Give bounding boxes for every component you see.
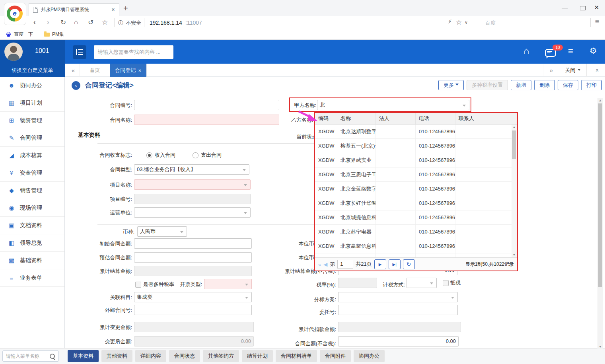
prev-page-icon[interactable]: ◀ [323, 261, 327, 267]
toolbar-button-删除[interactable]: 删除 [534, 80, 555, 90]
tab-协同办公[interactable]: 协同办公 [354, 350, 385, 362]
sidebar-item-业务表单[interactable]: ≡业务表单 [0, 269, 64, 287]
bookmark-百度一下[interactable]: 百度一下 [6, 31, 33, 38]
first-page-icon[interactable]: « [318, 261, 321, 267]
tab-基本资料[interactable]: 基本资料 [68, 350, 99, 362]
tax-method-select[interactable] [407, 278, 437, 288]
sidebar-item-项目计划[interactable]: ▦项目计划 [0, 94, 64, 112]
tab-合同状态[interactable]: 合同状态 [169, 350, 200, 362]
sidebar-item-文档资料[interactable]: ▣文档资料 [0, 217, 64, 234]
info-icon[interactable]: ⓘ [118, 19, 123, 27]
deduct-tax-checkbox[interactable] [443, 280, 449, 286]
table-row[interactable]: XGDW北京长虹佳华智能010-124567896 [315, 196, 517, 210]
toolbar-button-多种税率设置[interactable]: 多种税率设置 [467, 80, 508, 90]
scroll-up-icon[interactable]: ▲ [512, 125, 517, 129]
sidebar-item-现场管理[interactable]: ◉现场管理 [0, 199, 64, 217]
menu-toggle-icon[interactable] [73, 45, 86, 59]
scroll-up-icon[interactable]: ▲ [597, 99, 603, 102]
close-tabs-menu[interactable]: 关闭 [559, 64, 587, 77]
scrollbar-thumb[interactable] [512, 130, 516, 159]
entrust-no-input[interactable] [338, 305, 458, 315]
browser-menu-icon[interactable]: ≡ [595, 18, 599, 26]
sidebar-item-合同管理[interactable]: ✎合同管理 [0, 129, 64, 147]
table-row[interactable]: XGDW北京赢耀信息科技010-124567896 [315, 239, 517, 253]
toolbar-button-新增[interactable]: 新增 [511, 80, 531, 90]
tab-其他资料[interactable]: 其他资料 [101, 350, 132, 362]
chevron-down-icon[interactable]: ∨ [465, 20, 468, 25]
search-engine-label[interactable]: 百度 [485, 19, 496, 27]
back-icon[interactable]: ‹ [33, 18, 36, 26]
tab-contract-register[interactable]: 合同登记✕ [110, 64, 147, 77]
sidebar-item-协同办公[interactable]: ☻协同办公 [0, 77, 64, 94]
tab-详细内容[interactable]: 详细内容 [135, 350, 166, 362]
back-button[interactable]: ‹ [72, 81, 80, 90]
tab-合同附件[interactable]: 合同附件 [320, 350, 351, 362]
radio-income[interactable] [146, 152, 152, 158]
scroll-down-icon[interactable]: ▼ [512, 253, 517, 257]
refresh-button[interactable]: ↻ [403, 259, 415, 269]
tabs-scroll-left-icon[interactable]: « [68, 64, 79, 77]
favorite-star-icon[interactable]: ☆ [456, 18, 462, 27]
home-icon[interactable]: ⌂ [74, 18, 78, 26]
contract-type-select[interactable]: 03.综合业务合同【收入】 [134, 164, 249, 175]
sidebar-item-销售管理[interactable]: ◆销售管理 [0, 182, 64, 199]
radio-expense-label[interactable]: 支出合同 [201, 150, 222, 160]
tab-结算计划[interactable]: 结算计划 [242, 350, 273, 362]
invoice-type-select[interactable] [204, 279, 252, 289]
scrollbar-thumb[interactable] [598, 103, 602, 287]
bookmark-PM集[interactable]: PM集 [44, 31, 64, 38]
toolbar-button-打印[interactable]: 打印 [581, 80, 602, 90]
table-row[interactable]: XGDW北京金蓝络数字科技010-124567896 [315, 182, 517, 196]
global-search-input[interactable]: 请输入您需要查找的内容 ... [94, 45, 173, 59]
sidebar-item-领导总览[interactable]: ◧领导总览 [0, 234, 64, 252]
ext-no-input[interactable] [134, 305, 252, 315]
undo-icon[interactable]: ↺ [88, 18, 93, 27]
rel-subject-select[interactable]: 集成类 [134, 292, 252, 302]
tab-close-icon[interactable]: ✕ [107, 7, 119, 12]
app-menu-icon[interactable]: ≡ [568, 46, 573, 56]
init-amount-input[interactable] [134, 238, 252, 249]
reload-icon[interactable]: ↻ [60, 18, 66, 27]
op-unit-select[interactable] [134, 207, 251, 218]
table-row[interactable]: XGDW北京界武实业010-124567896 [315, 153, 517, 167]
grid-scrollbar[interactable]: ▲ ▼ [512, 125, 517, 257]
bid-plan-select[interactable] [338, 292, 458, 302]
tabs-scroll-right-icon[interactable]: » [543, 64, 559, 77]
radio-expense[interactable] [193, 152, 198, 158]
last-page-button[interactable]: ▶| [389, 259, 401, 269]
multi-tax-checkbox[interactable] [135, 282, 141, 288]
currency-select[interactable]: 人民币 [137, 226, 187, 237]
window-minimize-button[interactable]: — [559, 4, 571, 11]
table-row[interactable]: XGDW北京城提信息科技010-124567896 [315, 210, 517, 225]
sidebar-item-资金管理[interactable]: ¥资金管理 [0, 164, 64, 182]
forward-icon[interactable]: › [47, 18, 49, 26]
url-host[interactable]: 192.168.1.14 [150, 19, 182, 26]
window-close-button[interactable]: ✕ [591, 4, 603, 11]
amount-notax-input[interactable]: 0.00 [338, 336, 459, 346]
table-row[interactable]: XGDW榕基五一(北京)信息010-124567896 [315, 139, 517, 153]
tab-其他签约方[interactable]: 其他签约方 [203, 350, 239, 362]
contract-no-input[interactable] [134, 100, 279, 110]
tab-close-icon[interactable]: ✕ [138, 68, 141, 73]
deduct-tax-label[interactable]: 抵税 [450, 278, 461, 288]
tab-合同材料清单[interactable]: 合同材料清单 [276, 350, 317, 362]
table-row[interactable]: XGDW北京达斯琪数字科技010-124567896 [315, 125, 517, 139]
project-name-select[interactable] [134, 179, 251, 190]
gear-icon[interactable]: ⚙ [589, 46, 597, 56]
toolbar-button-保存[interactable]: 保存 [558, 80, 578, 90]
next-page-button[interactable]: ▶ [374, 259, 386, 269]
page-input[interactable]: 1 [337, 260, 353, 269]
toolbar-button-更多[interactable]: 更多 [438, 80, 464, 90]
tab-home[interactable]: 首页 [80, 64, 110, 77]
star-icon[interactable]: ☆ [102, 18, 108, 27]
browser-tab[interactable]: 邦永PM2项目管理系统 ✕ [29, 3, 119, 16]
scroll-down-icon[interactable]: ▼ [597, 345, 603, 348]
radio-income-label[interactable]: 收入合同 [155, 150, 175, 160]
switch-custom-menu-button[interactable]: 切换至自定义菜单 [0, 64, 65, 77]
multi-tax-label[interactable]: 是否多种税率 [143, 279, 174, 290]
portal-home-icon[interactable]: ⌂ [523, 45, 529, 56]
lightning-icon[interactable]: ⚡ [448, 18, 452, 25]
window-maximize-button[interactable] [580, 6, 586, 10]
contract-name-input[interactable] [134, 115, 279, 125]
sidebar-item-成本核算[interactable]: ◢成本核算 [0, 147, 64, 164]
